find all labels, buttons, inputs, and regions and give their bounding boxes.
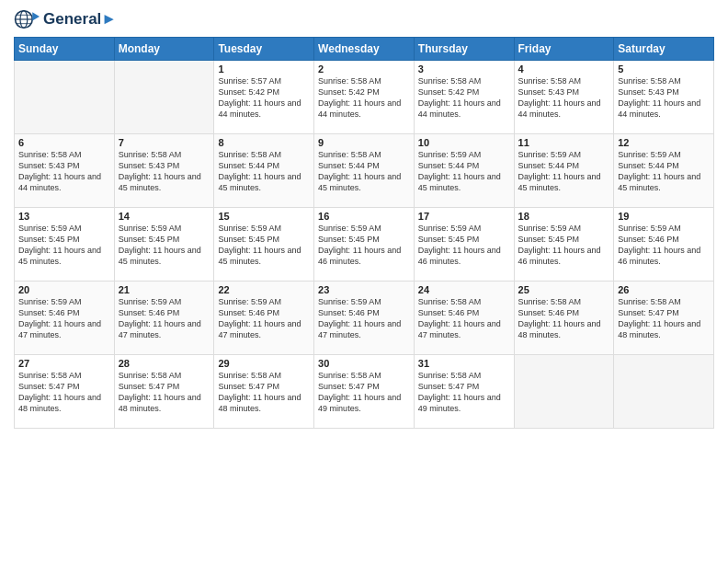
weekday-header-sunday: Sunday (15, 38, 115, 61)
day-info: Sunrise: 5:59 AMSunset: 5:44 PMDaylight:… (418, 149, 510, 194)
weekday-header-wednesday: Wednesday (314, 38, 415, 61)
calendar-week-4: 20Sunrise: 5:59 AMSunset: 5:46 PMDayligh… (15, 282, 714, 355)
day-number: 17 (418, 211, 510, 222)
calendar-cell: 16Sunrise: 5:59 AMSunset: 5:45 PMDayligh… (314, 208, 415, 282)
calendar-cell: 29Sunrise: 5:58 AMSunset: 5:47 PMDayligh… (214, 355, 314, 429)
calendar-cell: 18Sunrise: 5:59 AMSunset: 5:45 PMDayligh… (514, 208, 614, 282)
calendar-cell: 12Sunrise: 5:59 AMSunset: 5:44 PMDayligh… (614, 134, 714, 208)
calendar-cell: 28Sunrise: 5:58 AMSunset: 5:47 PMDayligh… (114, 355, 214, 429)
weekday-header-row: SundayMondayTuesdayWednesdayThursdayFrid… (15, 38, 714, 61)
calendar-cell: 19Sunrise: 5:59 AMSunset: 5:46 PMDayligh… (614, 208, 714, 282)
calendar-cell: 13Sunrise: 5:59 AMSunset: 5:45 PMDayligh… (15, 208, 115, 282)
day-info: Sunrise: 5:59 AMSunset: 5:45 PMDaylight:… (318, 223, 410, 268)
day-info: Sunrise: 5:59 AMSunset: 5:46 PMDaylight:… (18, 296, 110, 341)
day-number: 4 (518, 63, 610, 75)
calendar-table: SundayMondayTuesdayWednesdayThursdayFrid… (14, 37, 714, 429)
day-number: 15 (218, 211, 310, 222)
calendar-cell: 4Sunrise: 5:58 AMSunset: 5:43 PMDaylight… (514, 61, 614, 134)
day-info: Sunrise: 5:59 AMSunset: 5:46 PMDaylight:… (119, 296, 210, 341)
day-number: 25 (518, 284, 610, 295)
day-number: 21 (119, 284, 210, 295)
day-number: 16 (318, 211, 410, 222)
calendar-cell: 2Sunrise: 5:58 AMSunset: 5:42 PMDaylight… (314, 61, 415, 134)
calendar-cell: 20Sunrise: 5:59 AMSunset: 5:46 PMDayligh… (15, 282, 115, 355)
day-number: 5 (618, 63, 710, 75)
day-number: 14 (119, 211, 210, 222)
calendar-week-1: 1Sunrise: 5:57 AMSunset: 5:42 PMDaylight… (15, 61, 714, 134)
day-info: Sunrise: 5:58 AMSunset: 5:47 PMDaylight:… (418, 370, 510, 415)
logo: General► (14, 9, 117, 29)
day-info: Sunrise: 5:58 AMSunset: 5:43 PMDaylight:… (618, 75, 710, 121)
day-info: Sunrise: 5:58 AMSunset: 5:44 PMDaylight:… (218, 149, 310, 194)
day-info: Sunrise: 5:58 AMSunset: 5:47 PMDaylight:… (18, 370, 110, 415)
calendar-cell: 17Sunrise: 5:59 AMSunset: 5:45 PMDayligh… (414, 208, 514, 282)
day-number: 18 (518, 211, 610, 222)
day-number: 9 (318, 137, 410, 148)
weekday-header-thursday: Thursday (414, 38, 514, 61)
day-info: Sunrise: 5:59 AMSunset: 5:46 PMDaylight:… (618, 223, 710, 268)
calendar-cell: 25Sunrise: 5:58 AMSunset: 5:46 PMDayligh… (514, 282, 614, 355)
day-number: 23 (318, 284, 410, 295)
calendar-cell: 23Sunrise: 5:59 AMSunset: 5:46 PMDayligh… (314, 282, 415, 355)
day-info: Sunrise: 5:57 AMSunset: 5:42 PMDaylight:… (218, 75, 310, 121)
calendar-cell (15, 61, 115, 134)
header: General► (14, 9, 714, 29)
day-info: Sunrise: 5:58 AMSunset: 5:44 PMDaylight:… (318, 149, 410, 194)
day-number: 12 (618, 137, 710, 148)
calendar-cell: 9Sunrise: 5:58 AMSunset: 5:44 PMDaylight… (314, 134, 415, 208)
calendar-cell: 3Sunrise: 5:58 AMSunset: 5:42 PMDaylight… (414, 61, 514, 134)
day-info: Sunrise: 5:59 AMSunset: 5:45 PMDaylight:… (218, 223, 310, 268)
day-number: 3 (418, 63, 510, 75)
calendar-cell: 21Sunrise: 5:59 AMSunset: 5:46 PMDayligh… (114, 282, 214, 355)
calendar-cell: 15Sunrise: 5:59 AMSunset: 5:45 PMDayligh… (214, 208, 314, 282)
weekday-header-friday: Friday (514, 38, 614, 61)
day-info: Sunrise: 5:59 AMSunset: 5:45 PMDaylight:… (518, 223, 610, 268)
day-info: Sunrise: 5:59 AMSunset: 5:45 PMDaylight:… (18, 223, 110, 268)
calendar-cell: 22Sunrise: 5:59 AMSunset: 5:46 PMDayligh… (214, 282, 314, 355)
calendar-cell (514, 355, 614, 429)
day-info: Sunrise: 5:58 AMSunset: 5:47 PMDaylight:… (119, 370, 210, 415)
logo-icon (14, 9, 40, 29)
calendar-cell: 10Sunrise: 5:59 AMSunset: 5:44 PMDayligh… (414, 134, 514, 208)
day-number: 13 (18, 211, 110, 222)
day-number: 20 (18, 284, 110, 295)
day-info: Sunrise: 5:59 AMSunset: 5:45 PMDaylight:… (119, 223, 210, 268)
day-number: 29 (218, 358, 310, 369)
calendar-cell: 11Sunrise: 5:59 AMSunset: 5:44 PMDayligh… (514, 134, 614, 208)
calendar-cell: 14Sunrise: 5:59 AMSunset: 5:45 PMDayligh… (114, 208, 214, 282)
day-info: Sunrise: 5:58 AMSunset: 5:43 PMDaylight:… (119, 149, 210, 194)
calendar-cell: 31Sunrise: 5:58 AMSunset: 5:47 PMDayligh… (414, 355, 514, 429)
calendar-week-3: 13Sunrise: 5:59 AMSunset: 5:45 PMDayligh… (15, 208, 714, 282)
calendar-cell: 6Sunrise: 5:58 AMSunset: 5:43 PMDaylight… (15, 134, 115, 208)
day-number: 1 (218, 63, 310, 75)
day-number: 31 (418, 358, 510, 369)
day-info: Sunrise: 5:58 AMSunset: 5:47 PMDaylight:… (318, 370, 410, 415)
calendar-cell: 7Sunrise: 5:58 AMSunset: 5:43 PMDaylight… (114, 134, 214, 208)
calendar-cell: 5Sunrise: 5:58 AMSunset: 5:43 PMDaylight… (614, 61, 714, 134)
day-number: 19 (618, 211, 710, 222)
calendar-cell: 8Sunrise: 5:58 AMSunset: 5:44 PMDaylight… (214, 134, 314, 208)
day-number: 8 (218, 137, 310, 148)
day-info: Sunrise: 5:59 AMSunset: 5:46 PMDaylight:… (218, 296, 310, 341)
day-info: Sunrise: 5:58 AMSunset: 5:42 PMDaylight:… (418, 75, 510, 121)
day-info: Sunrise: 5:59 AMSunset: 5:44 PMDaylight:… (518, 149, 610, 194)
day-number: 11 (518, 137, 610, 148)
calendar-week-5: 27Sunrise: 5:58 AMSunset: 5:47 PMDayligh… (15, 355, 714, 429)
day-info: Sunrise: 5:58 AMSunset: 5:46 PMDaylight:… (418, 296, 510, 341)
day-number: 22 (218, 284, 310, 295)
day-info: Sunrise: 5:59 AMSunset: 5:45 PMDaylight:… (418, 223, 510, 268)
day-number: 24 (418, 284, 510, 295)
day-info: Sunrise: 5:58 AMSunset: 5:43 PMDaylight:… (18, 149, 110, 194)
calendar-cell (614, 355, 714, 429)
calendar-cell: 26Sunrise: 5:58 AMSunset: 5:47 PMDayligh… (614, 282, 714, 355)
logo-text: General► (43, 11, 117, 29)
day-number: 30 (318, 358, 410, 369)
calendar-cell: 27Sunrise: 5:58 AMSunset: 5:47 PMDayligh… (15, 355, 115, 429)
calendar-cell: 24Sunrise: 5:58 AMSunset: 5:46 PMDayligh… (414, 282, 514, 355)
day-info: Sunrise: 5:59 AMSunset: 5:44 PMDaylight:… (618, 149, 710, 194)
day-number: 10 (418, 137, 510, 148)
day-info: Sunrise: 5:58 AMSunset: 5:47 PMDaylight:… (218, 370, 310, 415)
weekday-header-saturday: Saturday (614, 38, 714, 61)
day-number: 28 (119, 358, 210, 369)
day-info: Sunrise: 5:58 AMSunset: 5:42 PMDaylight:… (318, 75, 410, 121)
